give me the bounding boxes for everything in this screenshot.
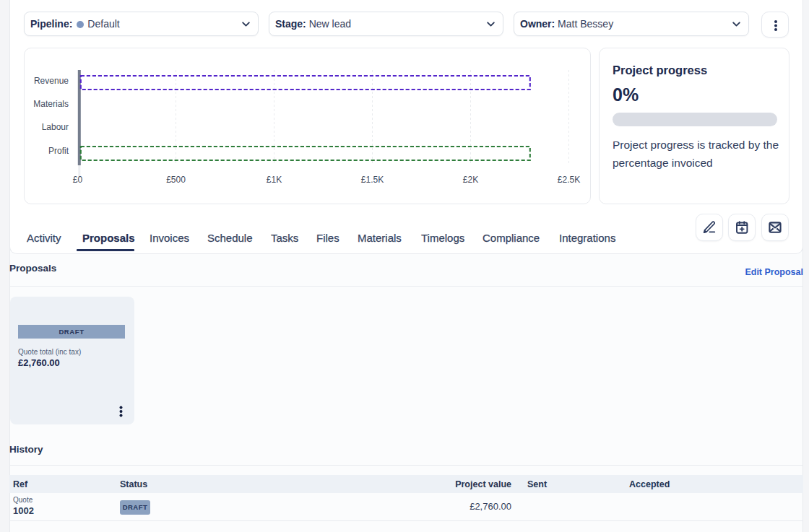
svg-text:Revenue: Revenue	[34, 76, 69, 86]
svg-text:Materials: Materials	[33, 99, 69, 109]
svg-text:£2.5K: £2.5K	[558, 175, 580, 185]
svg-text:£2K: £2K	[463, 175, 478, 185]
svg-text:Labour: Labour	[42, 122, 69, 132]
svg-text:£0: £0	[73, 175, 83, 185]
svg-text:£1K: £1K	[267, 175, 282, 185]
svg-text:£1.5K: £1.5K	[361, 175, 384, 185]
svg-text:Profit: Profit	[48, 146, 69, 156]
svg-text:£500: £500	[166, 175, 186, 185]
